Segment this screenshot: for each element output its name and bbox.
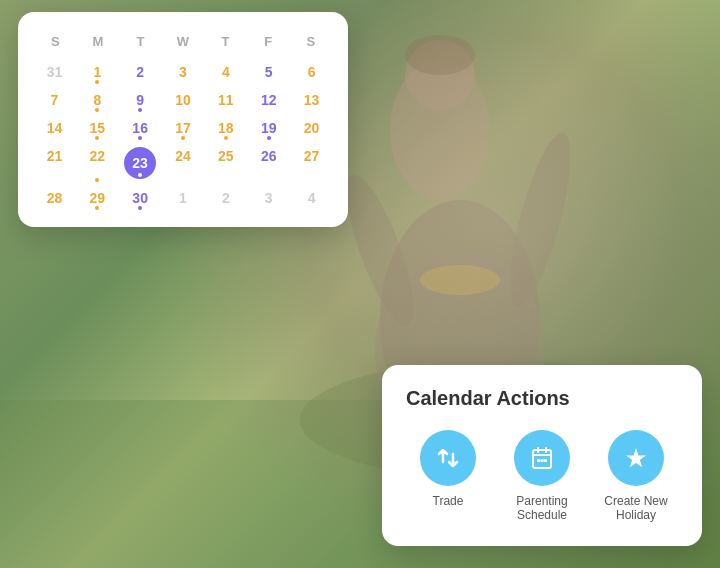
calendar-day[interactable]: 24 bbox=[163, 143, 204, 183]
calendar-day[interactable]: 18 bbox=[205, 115, 246, 141]
calendar-day[interactable]: 26 bbox=[248, 143, 289, 183]
weekday-header: M bbox=[77, 30, 120, 53]
calendar-actions-card: Calendar Actions Trade Parent bbox=[382, 365, 702, 546]
calendar-day[interactable]: 6 bbox=[291, 59, 332, 85]
svg-point-6 bbox=[405, 35, 475, 75]
parenting-schedule-label: Parenting Schedule bbox=[500, 494, 584, 522]
calendar-day[interactable]: 3 bbox=[248, 185, 289, 211]
calendar-day[interactable]: 4 bbox=[291, 185, 332, 211]
svg-point-8 bbox=[497, 128, 582, 312]
calendar-day[interactable]: 8 bbox=[77, 87, 118, 113]
weekday-header: T bbox=[119, 30, 162, 53]
trade-label: Trade bbox=[433, 494, 464, 508]
calendar-day[interactable]: 2 bbox=[120, 59, 161, 85]
calendar-day[interactable]: 20 bbox=[291, 115, 332, 141]
trade-icon bbox=[420, 430, 476, 486]
calendar-weekday-headers: SMTWTFS bbox=[34, 30, 332, 53]
calendar-day[interactable]: 2 bbox=[205, 185, 246, 211]
calendar-day[interactable]: 22 bbox=[77, 143, 118, 183]
calendar-day[interactable]: 13 bbox=[291, 87, 332, 113]
weekday-header: W bbox=[162, 30, 205, 53]
calendar-card: SMTWTFS 31123456789101112131415161718192… bbox=[18, 12, 348, 227]
svg-point-5 bbox=[405, 40, 475, 110]
weekday-header: S bbox=[34, 30, 77, 53]
calendar-day[interactable]: 5 bbox=[248, 59, 289, 85]
calendar-day[interactable]: 14 bbox=[34, 115, 75, 141]
weekday-header: T bbox=[204, 30, 247, 53]
calendar-day[interactable]: 12 bbox=[248, 87, 289, 113]
calendar-day[interactable]: 1 bbox=[77, 59, 118, 85]
parenting-schedule-icon bbox=[514, 430, 570, 486]
calendar-day[interactable]: 10 bbox=[163, 87, 204, 113]
calendar-day[interactable]: 28 bbox=[34, 185, 75, 211]
calendar-day[interactable]: 9 bbox=[120, 87, 161, 113]
svg-rect-11 bbox=[537, 459, 540, 462]
svg-point-4 bbox=[390, 60, 490, 200]
weekday-header: S bbox=[289, 30, 332, 53]
calendar-day[interactable]: 27 bbox=[291, 143, 332, 183]
calendar-day[interactable]: 15 bbox=[77, 115, 118, 141]
calendar-day[interactable]: 11 bbox=[205, 87, 246, 113]
calendar-day[interactable]: 29 bbox=[77, 185, 118, 211]
calendar-day[interactable]: 21 bbox=[34, 143, 75, 183]
actions-card-title: Calendar Actions bbox=[406, 387, 678, 410]
calendar-day[interactable]: 16 bbox=[120, 115, 161, 141]
actions-row: Trade Parenting Schedule Cr bbox=[406, 430, 678, 522]
create-holiday-label: Create New Holiday bbox=[594, 494, 678, 522]
calendar-day[interactable]: 3 bbox=[163, 59, 204, 85]
svg-rect-13 bbox=[544, 459, 547, 462]
calendar-day[interactable]: 25 bbox=[205, 143, 246, 183]
action-create-holiday[interactable]: Create New Holiday bbox=[594, 430, 678, 522]
calendar-day[interactable]: 19 bbox=[248, 115, 289, 141]
calendar-day[interactable]: 30 bbox=[120, 185, 161, 211]
svg-rect-12 bbox=[541, 459, 544, 462]
create-holiday-icon bbox=[608, 430, 664, 486]
calendar-day[interactable]: 31 bbox=[34, 59, 75, 85]
action-parenting-schedule[interactable]: Parenting Schedule bbox=[500, 430, 584, 522]
action-trade[interactable]: Trade bbox=[406, 430, 490, 508]
calendar-day[interactable]: 4 bbox=[205, 59, 246, 85]
calendar-day[interactable]: 1 bbox=[163, 185, 204, 211]
calendar-grid[interactable]: 3112345678910111213141516171819202122232… bbox=[34, 59, 332, 211]
calendar-day[interactable]: 23 bbox=[120, 143, 161, 183]
svg-point-9 bbox=[420, 265, 500, 295]
calendar-day[interactable]: 7 bbox=[34, 87, 75, 113]
calendar-day[interactable]: 17 bbox=[163, 115, 204, 141]
weekday-header: F bbox=[247, 30, 290, 53]
